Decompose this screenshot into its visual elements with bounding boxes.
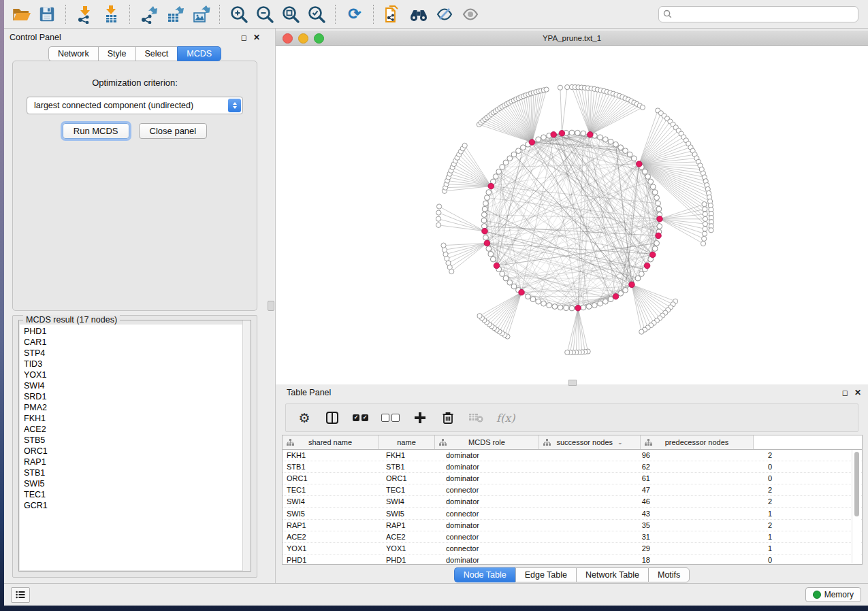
close-panel-button[interactable]: Close panel xyxy=(139,123,208,139)
tab-select[interactable]: Select xyxy=(135,46,178,61)
dominator-node[interactable] xyxy=(488,183,494,189)
select-all-checkboxes-icon[interactable]: ✓✓ xyxy=(353,410,368,426)
mcds-result-item[interactable]: SRD1 xyxy=(24,391,250,402)
table-row[interactable]: YOX1YOX1connector291 xyxy=(283,543,862,555)
tab-style[interactable]: Style xyxy=(98,46,135,61)
table-row[interactable]: ACE2ACE2connector311 xyxy=(283,531,862,543)
hide-attribute-icon[interactable] xyxy=(434,3,455,25)
mcds-result-item[interactable]: ACE2 xyxy=(24,424,250,435)
mcds-list-scrollbar[interactable] xyxy=(242,320,251,571)
tab-mcds[interactable]: MCDS xyxy=(177,46,221,61)
minimize-window-icon[interactable] xyxy=(298,33,308,44)
save-icon[interactable] xyxy=(36,3,58,25)
export-network-icon[interactable] xyxy=(138,3,160,25)
float-panel-icon[interactable]: ◻ xyxy=(241,34,247,42)
mcds-result-item[interactable]: PMA2 xyxy=(24,402,250,413)
horizontal-splitter-grip[interactable] xyxy=(568,380,577,386)
table-row[interactable]: STB1STB1dominator620 xyxy=(283,461,862,473)
delete-table-icon[interactable] xyxy=(468,410,483,426)
tab-network[interactable]: Network xyxy=(48,46,98,61)
deselect-all-checkboxes-icon[interactable] xyxy=(381,410,400,426)
column-header-shared-name[interactable]: shared name xyxy=(283,435,379,449)
open-folder-icon[interactable] xyxy=(10,3,32,25)
tab-node-table[interactable]: Node Table xyxy=(454,567,515,582)
criterion-select[interactable]: largest connected component (undirected) xyxy=(27,97,243,114)
table-row[interactable]: SWI4SWI4dominator462 xyxy=(283,496,862,508)
tab-edge-table[interactable]: Edge Table xyxy=(515,567,576,582)
sort-chevron-icon[interactable]: ⌄ xyxy=(617,439,623,446)
table-row[interactable]: FKH1FKH1dominator962 xyxy=(283,450,862,461)
task-history-button[interactable] xyxy=(11,587,30,603)
mcds-result-item[interactable]: GCR1 xyxy=(24,500,250,511)
mcds-result-item[interactable]: ORC1 xyxy=(24,446,250,457)
table-row[interactable]: PHD1PHD1dominator180 xyxy=(283,555,862,565)
dominator-node[interactable] xyxy=(629,282,635,288)
tab-motifs[interactable]: Motifs xyxy=(648,567,690,582)
run-mcds-button[interactable]: Run MCDS xyxy=(63,123,129,139)
table-row[interactable]: RAP1RAP1dominator352 xyxy=(283,520,862,531)
dominator-node[interactable] xyxy=(494,263,500,269)
close-window-icon[interactable] xyxy=(283,33,293,44)
mcds-result-item[interactable]: YOX1 xyxy=(24,369,250,380)
mcds-result-item[interactable]: TID3 xyxy=(24,359,250,369)
refresh-icon[interactable]: ⟳ xyxy=(344,3,366,25)
column-header-name[interactable]: name xyxy=(379,435,435,449)
close-table-panel-icon[interactable]: ✕ xyxy=(854,389,861,397)
column-header-successor-nodes[interactable]: successor nodes⌄ xyxy=(539,435,641,449)
mcds-result-item[interactable]: CAR1 xyxy=(24,337,250,348)
network-graph[interactable] xyxy=(276,46,868,384)
zoom-fit-icon[interactable] xyxy=(280,3,302,25)
memory-button[interactable]: Memory xyxy=(805,587,861,602)
vertical-splitter[interactable] xyxy=(266,29,276,583)
mcds-result-item[interactable]: PHD1 xyxy=(24,326,250,337)
import-network-icon[interactable] xyxy=(74,3,96,25)
network-window-titlebar[interactable]: YPA_prune.txt_1 xyxy=(276,31,868,46)
close-panel-icon[interactable]: ✕ xyxy=(253,33,260,42)
dominator-node[interactable] xyxy=(649,252,656,258)
mcds-result-item[interactable]: SWI5 xyxy=(24,478,250,489)
table-row[interactable]: SWI5SWI5connector431 xyxy=(283,508,862,519)
table-row[interactable]: TEC1TEC1connector472 xyxy=(283,484,862,496)
export-image-icon[interactable] xyxy=(190,3,212,25)
gear-icon[interactable]: ⚙ xyxy=(297,410,312,426)
dominator-node[interactable] xyxy=(644,263,650,269)
table-scrollbar[interactable] xyxy=(852,450,861,563)
add-column-icon[interactable] xyxy=(413,410,428,426)
export-table-icon[interactable] xyxy=(164,3,186,25)
mcds-result-item[interactable]: TEC1 xyxy=(24,489,250,500)
maximize-window-icon[interactable] xyxy=(314,33,324,44)
mcds-result-item[interactable]: FKH1 xyxy=(24,413,250,424)
dominator-node[interactable] xyxy=(559,131,565,137)
mcds-result-item[interactable]: STB5 xyxy=(24,435,250,446)
show-eye-icon[interactable] xyxy=(460,3,481,25)
zoom-out-icon[interactable] xyxy=(254,3,276,25)
mcds-result-item[interactable]: RAP1 xyxy=(24,457,250,467)
search-binoculars-icon[interactable] xyxy=(408,3,430,25)
dominator-node[interactable] xyxy=(484,240,490,246)
dominator-node[interactable] xyxy=(519,289,525,295)
delete-column-icon[interactable] xyxy=(440,410,455,426)
global-search-field[interactable] xyxy=(658,6,858,22)
tab-network-table[interactable]: Network Table xyxy=(576,567,648,582)
function-builder-icon[interactable]: f(x) xyxy=(496,410,515,426)
table-scrollbar-thumb[interactable] xyxy=(854,452,859,516)
mcds-result-item[interactable]: SWI4 xyxy=(24,380,250,391)
share-document-icon[interactable] xyxy=(382,3,404,25)
dominator-node[interactable] xyxy=(529,139,535,146)
mcds-result-item[interactable]: STB1 xyxy=(24,467,250,478)
zoom-selected-icon[interactable] xyxy=(306,3,327,25)
zoom-in-icon[interactable] xyxy=(228,3,250,25)
dominator-node[interactable] xyxy=(588,132,594,138)
column-layout-icon[interactable] xyxy=(325,410,340,426)
dominator-node[interactable] xyxy=(657,216,663,222)
float-table-panel-icon[interactable]: ◻ xyxy=(842,389,848,397)
mcds-result-item[interactable]: STP4 xyxy=(24,348,250,359)
dominator-node[interactable] xyxy=(613,293,619,299)
dominator-node[interactable] xyxy=(482,228,488,234)
dominator-node[interactable] xyxy=(551,132,557,138)
search-input[interactable] xyxy=(675,9,854,20)
dominator-node[interactable] xyxy=(637,161,643,167)
dominator-node[interactable] xyxy=(575,305,581,311)
network-canvas[interactable] xyxy=(276,46,868,384)
splitter-grip-icon[interactable] xyxy=(268,301,274,311)
